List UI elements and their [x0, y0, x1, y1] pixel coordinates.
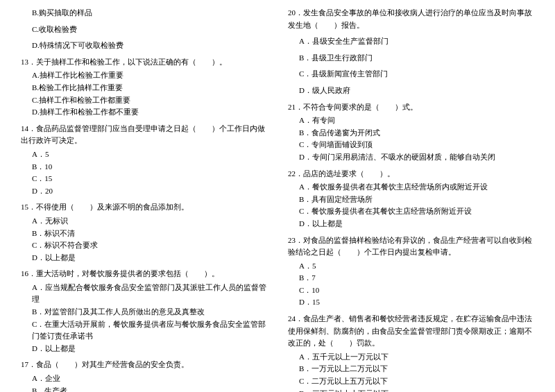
option-text: D．级人民政府 — [288, 85, 534, 97]
q22-c: C．餐饮服务提供者在其餐饮主店经营场所附近开设 — [288, 205, 534, 218]
q14-b: B．10 — [21, 161, 267, 173]
q13-a: A.抽样工作比检验工作重要 — [21, 69, 267, 82]
option-b1: B.购买抽取的样品 — [21, 7, 267, 19]
q17-b: B．生产者 — [21, 385, 267, 392]
q15-d: D．以上都是 — [21, 252, 267, 264]
option-text: D.特殊情况下可收取检验费 — [21, 40, 267, 52]
option-text: B.购买抽取的样品 — [21, 7, 267, 19]
q24-text: 24．食品生产者、销售者和餐饮经营者违反规定，在贮存运输食品中违法使用保鲜剂、防… — [288, 313, 534, 350]
q16-d: D．以上都是 — [21, 343, 267, 355]
option-text: A．县级安全生产监督部门 — [288, 35, 534, 48]
q17-text: 17．食品（ ）对其生产经营食品的安全负责。 — [21, 359, 267, 371]
main-content: B.购买抽取的样品 C.收取检验费 D.特殊情况下可收取检验费 13．关于抽样工… — [21, 7, 534, 392]
question-14: 14．食品药品监督管理部门应当自受理申请之日起（ ）个工作日内做出行政许可决定。… — [21, 123, 267, 198]
q22-d: D．以上都是 — [288, 218, 534, 230]
q13-b: B.检验工作比抽样工作重要 — [21, 82, 267, 94]
option-d3: D．级人民政府 — [288, 85, 534, 97]
q16-c: C．在重大活动开展前，餐饮服务提供者应与餐饮服务食品安全监管部门签订责任承诺书 — [21, 318, 267, 343]
q21-text: 21．不符合专间要求的是（ ）式。 — [288, 101, 534, 114]
q24-a: A．五千元以上一万元以下 — [288, 351, 534, 364]
q14-d: D．20 — [21, 185, 267, 198]
q15-c: C．标识不符合要求 — [21, 239, 267, 252]
q13-d: D.抽样工作和检验工作都不重要 — [21, 106, 267, 119]
q16-text: 16．重大活动时，对餐饮服务提供者的要求包括（ ）。 — [21, 268, 267, 280]
option-b3: B．县级卫生行政部门 — [288, 52, 534, 65]
option-text: C．县级新闻宣传主管部门 — [288, 68, 534, 80]
q17-a: A．企业 — [21, 373, 267, 385]
question-22: 22．品店的选址要求（ ）。 A．餐饮服务提供者在其餐饮主店经营场所内或附近开设… — [288, 168, 534, 230]
q14-a: A．5 — [21, 148, 267, 161]
q24-b: B．一万元以上二万元以下 — [288, 363, 534, 375]
q24-c: C．二万元以上五万元以下 — [288, 375, 534, 388]
question-20: 20．发生食品安全事故的单位和接收病人进行治疗的单位应当及时向事故发生地（ ）报… — [288, 7, 534, 31]
question-23: 23．对食品的监督抽样检验结论有异议的，食品生产经营者可以自收到检验结论之日起（… — [288, 235, 534, 309]
question-24: 24．食品生产者、销售者和餐饮经营者违反规定，在贮存运输食品中违法使用保鲜剂、防… — [288, 313, 534, 392]
q16-a: A．应当规配合餐饮服务食品安全监管部门及其派驻工作人员的监督管理 — [21, 282, 267, 306]
q24-d: D．三万元以上十万元以下 — [288, 388, 534, 392]
q21-c: C．专间墙面铺设到顶 — [288, 139, 534, 151]
option-c1: C.收取检验费 — [21, 24, 267, 36]
q20-text: 20．发生食品安全事故的单位和接收病人进行治疗的单位应当及时向事故发生地（ ）报… — [288, 7, 534, 31]
option-text: C.收取检验费 — [21, 24, 267, 36]
q22-a: A．餐饮服务提供者在其餐饮主店经营场所内或附近开设 — [288, 181, 534, 194]
q13-text: 13．关于抽样工作和检验工作，以下说法正确的有（ ）。 — [21, 56, 267, 69]
question-17: 17．食品（ ）对其生产经营食品的安全负责。 A．企业 B．生产者 C．生产经营… — [21, 359, 267, 392]
question-13: 13．关于抽样工作和检验工作，以下说法正确的有（ ）。 A.抽样工作比检验工作重… — [21, 56, 267, 119]
option-c3: C．县级新闻宣传主管部门 — [288, 68, 534, 80]
question-16: 16．重大活动时，对餐饮服务提供者的要求包括（ ）。 A．应当规配合餐饮服务食品… — [21, 268, 267, 355]
q22-b: B．具有固定经营场所 — [288, 194, 534, 206]
q23-a: A．5 — [288, 260, 534, 273]
q21-d: D．专间门采用易清洁、不吸水的硬固材质，能够自动关闭 — [288, 151, 534, 164]
q14-text: 14．食品药品监督管理部门应当自受理申请之日起（ ）个工作日内做出行政许可决定。 — [21, 123, 267, 147]
q21-b: B．食品传递窗为开闭式 — [288, 127, 534, 139]
option-a2: A．县级安全生产监督部门 — [288, 35, 534, 48]
option-text: B．县级卫生行政部门 — [288, 52, 534, 65]
q13-c: C.抽样工作和检验工作都重要 — [21, 94, 267, 107]
question-21: 21．不符合专间要求的是（ ）式。 A．有专间 B．食品传递窗为开闭式 C．专间… — [288, 101, 534, 164]
q14-c: C．15 — [21, 173, 267, 185]
q23-c: C．10 — [288, 284, 534, 297]
option-d1: D.特殊情况下可收取检验费 — [21, 40, 267, 52]
q23-text: 23．对食品的监督抽样检验结论有异议的，食品生产经营者可以自收到检验结论之日起（… — [288, 235, 534, 259]
q15-a: A．无标识 — [21, 215, 267, 228]
question-15: 15．不得使用（ ）及来源不明的食品添加剂。 A．无标识 B．标识不清 C．标识… — [21, 201, 267, 264]
q22-text: 22．品店的选址要求（ ）。 — [288, 168, 534, 180]
q23-b: B．7 — [288, 272, 534, 284]
q15-text: 15．不得使用（ ）及来源不明的食品添加剂。 — [21, 201, 267, 214]
q21-a: A．有专间 — [288, 114, 534, 127]
q16-b: B．对监管部门及其工作人员所做出的意见及真整改 — [21, 306, 267, 318]
q23-d: D．15 — [288, 296, 534, 309]
q15-b: B．标识不清 — [21, 228, 267, 240]
